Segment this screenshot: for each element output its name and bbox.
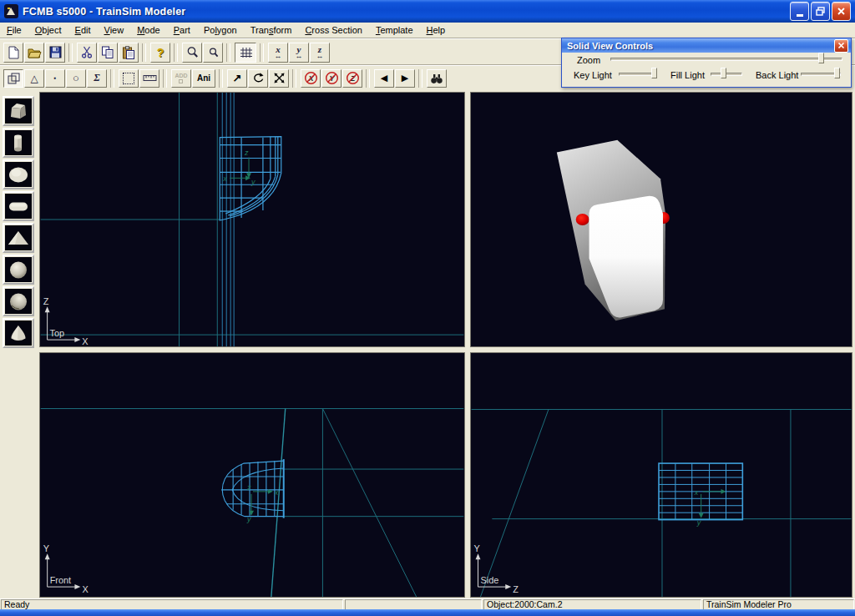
next-button[interactable]: ▶	[395, 69, 415, 88]
menu-item-polygon[interactable]: Polygon	[197, 23, 244, 38]
minimize-button[interactable]	[790, 2, 809, 21]
move-button[interactable]: ↗	[227, 69, 247, 88]
z-axis-button[interactable]: z↔	[310, 43, 330, 63]
help-button[interactable]: ?	[150, 43, 170, 63]
svg-text:Z: Z	[43, 296, 49, 306]
triangle-mode-button[interactable]: △	[24, 69, 44, 88]
animate-icon: Ani	[197, 73, 210, 83]
front-view-origin-marker: z x y	[246, 483, 279, 523]
box-mode-icon	[8, 73, 20, 84]
taskbar-strip[interactable]	[0, 609, 855, 616]
spline-mode-button[interactable]: Σ	[87, 69, 107, 88]
circle-mode-button[interactable]: ○	[66, 69, 86, 88]
shape-tool-box[interactable]	[3, 96, 34, 126]
fill-light-slider[interactable]	[711, 68, 742, 79]
zoom-out-button[interactable]	[203, 43, 223, 63]
viewport-area: z x y Z X Top	[38, 89, 855, 598]
red-knob-left	[576, 214, 589, 225]
lock-z-button[interactable]: Z	[342, 69, 362, 88]
shape-tool-cylinder[interactable]	[3, 128, 34, 158]
shape-tool-sidebar	[0, 89, 38, 598]
top-view-gridlines	[41, 93, 464, 346]
svg-text:z: z	[246, 483, 251, 492]
open-folder-icon	[28, 47, 42, 58]
zoom-slider[interactable]	[610, 53, 842, 64]
point-mode-button[interactable]: ▪	[45, 69, 65, 88]
lock-x-button[interactable]: X	[301, 69, 321, 88]
dialog-body: Zoom Key Light Fill Light Back Light	[562, 53, 851, 87]
menu-item-file[interactable]: File	[0, 23, 28, 38]
menu-item-mode[interactable]: Mode	[130, 23, 167, 38]
zoom-slider-thumb[interactable]	[818, 53, 824, 63]
menu-item-object[interactable]: Object	[28, 23, 68, 38]
viewport-front[interactable]: z x y Y X Front	[39, 352, 465, 598]
viewport-top-label: Top	[50, 328, 65, 338]
box-mode-button[interactable]	[3, 69, 23, 88]
back-light-slider[interactable]	[801, 68, 841, 79]
back-light-thumb[interactable]	[834, 68, 840, 78]
viewport-side[interactable]: x y Y Z Side	[470, 352, 852, 598]
spline-icon: Σ	[94, 72, 99, 84]
lock-x-icon: X	[304, 71, 318, 85]
add-icon: ADD	[175, 73, 187, 83]
menu-item-part[interactable]: Part	[167, 23, 197, 38]
point-icon: ▪	[54, 74, 57, 82]
close-icon	[837, 7, 846, 16]
triangle-icon: △	[30, 73, 38, 84]
ruler-icon	[143, 74, 157, 82]
save-button[interactable]	[45, 43, 65, 63]
find-button[interactable]	[427, 69, 447, 88]
animate-button[interactable]: Ani	[192, 69, 215, 88]
dialog-title-bar[interactable]: Solid View Controls	[562, 38, 851, 53]
viewport-solid-3d[interactable]	[470, 92, 852, 347]
rotate-button[interactable]	[248, 69, 268, 88]
fill-light-thumb[interactable]	[721, 68, 726, 78]
shape-tool-sphere-shaded[interactable]	[3, 286, 34, 316]
next-icon: ▶	[402, 73, 408, 83]
menu-item-help[interactable]: Help	[420, 23, 453, 38]
viewport-top[interactable]: z x y Z X Top	[39, 92, 465, 347]
title-bar[interactable]: FCMB s5000 - TrainSim Modeler	[0, 0, 855, 23]
open-button[interactable]	[24, 43, 44, 63]
menu-item-template[interactable]: Template	[369, 23, 420, 38]
close-button[interactable]	[832, 2, 851, 21]
zoom-in-button[interactable]	[182, 43, 202, 63]
z-axis-icon: z↔	[316, 45, 324, 60]
y-axis-button[interactable]: y↔	[289, 43, 309, 63]
svg-text:z: z	[244, 149, 249, 157]
menu-item-cross-section[interactable]: Cross Section	[298, 23, 368, 38]
x-axis-icon: x↔	[275, 45, 282, 60]
shape-tool-lozenge[interactable]	[3, 191, 34, 221]
toolbar-separator	[366, 69, 370, 88]
dialog-close-icon	[837, 42, 845, 49]
key-light-thumb[interactable]	[651, 68, 657, 78]
solid-view-controls-dialog[interactable]: Solid View Controls Zoom Key Light Fill …	[561, 38, 852, 88]
new-button[interactable]	[3, 43, 23, 63]
copy-button[interactable]	[98, 43, 118, 63]
prev-button[interactable]: ◀	[374, 69, 394, 88]
ruler-button[interactable]	[139, 69, 159, 88]
svg-text:Y: Y	[474, 543, 481, 553]
menu-item-transform[interactable]: Transform	[244, 23, 299, 38]
scale-button[interactable]	[269, 69, 289, 88]
shape-tool-pyramid[interactable]	[3, 223, 34, 253]
side-view-gridlines	[472, 410, 852, 597]
marquee-select-button[interactable]	[119, 69, 139, 88]
viewport-front-label: Front	[50, 575, 71, 585]
dialog-close-button[interactable]	[834, 39, 848, 53]
menu-item-edit[interactable]: Edit	[68, 23, 98, 38]
paste-button[interactable]	[119, 43, 139, 63]
key-light-slider[interactable]	[619, 68, 657, 79]
shape-tool-ellipse[interactable]	[3, 159, 34, 189]
shape-tool-cone[interactable]	[3, 318, 34, 348]
cut-button[interactable]	[77, 43, 97, 63]
svg-text:Y: Y	[43, 543, 50, 553]
x-axis-button[interactable]: x↔	[268, 43, 288, 63]
shape-tool-sphere[interactable]	[3, 255, 34, 285]
grid-toggle-button[interactable]	[235, 43, 256, 63]
lock-y-button[interactable]: Y	[321, 69, 341, 88]
svg-text:x: x	[222, 174, 227, 183]
side-view-axis-indicator: Y Z Side	[474, 543, 519, 594]
menu-item-view[interactable]: View	[98, 23, 131, 38]
restore-button[interactable]	[811, 2, 830, 21]
